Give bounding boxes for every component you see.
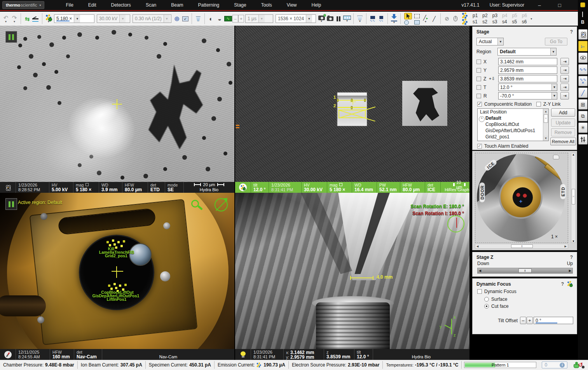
t-pin-button[interactable]: ⇥	[560, 84, 569, 91]
position-list-scrollbar[interactable]: ▲ = ▼	[543, 109, 548, 141]
camera-hscrollbar[interactable]: ◀ ‖ ▶	[475, 244, 568, 249]
r-checkbox[interactable]	[476, 94, 481, 98]
tilt-offset-field[interactable]: 0 °	[534, 317, 573, 324]
menu-detectors[interactable]: Detectors	[111, 2, 131, 8]
dwell-time-combo[interactable]: 1 µs ▼	[245, 14, 273, 23]
stage-flat-button[interactable]	[31, 13, 40, 24]
x-pin-button[interactable]: ⇥	[560, 58, 569, 65]
edge-warning-icon[interactable]	[580, 2, 585, 7]
position-item[interactable]: CopBlockLiftOut	[478, 121, 548, 127]
position-markers-bottom[interactable]	[115, 287, 117, 289]
workflow-tab[interactable]: ⧉	[578, 111, 588, 121]
menu-view[interactable]: View	[287, 2, 297, 8]
slider-right-icon[interactable]: ▶	[569, 269, 571, 273]
preset-s2[interactable]: s2	[482, 19, 487, 24]
import-button[interactable]: ▾	[390, 13, 398, 24]
scroll-down-icon[interactable]: ▼	[571, 240, 576, 243]
measure-tool-button[interactable]: ╱▸ ▾	[421, 13, 430, 24]
milling-tab[interactable]: ∿∿	[578, 64, 588, 75]
scroll-up-icon[interactable]: ▲	[543, 109, 548, 114]
preset-p1[interactable]: p1	[473, 13, 478, 18]
goto-button[interactable]: Go To	[545, 38, 567, 45]
z-checkbox[interactable]	[476, 77, 481, 81]
help-icon[interactable]: ?	[570, 29, 573, 35]
menu-stage[interactable]: Stage	[234, 2, 246, 8]
cross-section-tab[interactable]: ∿∿✕	[578, 76, 588, 86]
snapshot-button[interactable]	[326, 13, 334, 24]
x-field[interactable]: 3.1462 mm	[498, 58, 557, 65]
menu-scan[interactable]: Scan	[146, 2, 156, 8]
measurement-line[interactable]	[350, 278, 373, 278]
menu-beam[interactable]: Beam	[171, 2, 183, 8]
add-position-button[interactable]: Add	[551, 108, 575, 117]
y-field[interactable]: 2.9579 mm	[498, 66, 557, 74]
camera-vscrollbar[interactable]: ▲ = ▼	[571, 153, 576, 243]
z-pin-button[interactable]: ⇥	[560, 75, 569, 82]
preset-s4[interactable]: s4	[502, 19, 507, 24]
brand-menu[interactable]: thermo scientific ▾	[2, 1, 44, 9]
menu-help[interactable]: Help	[311, 2, 321, 8]
error-counter-box[interactable]: 0 i	[542, 361, 567, 368]
brightness-button[interactable]: ◒	[215, 13, 224, 24]
movie-button[interactable]: ▾	[343, 13, 351, 24]
compucentric-rotation-icon[interactable]	[215, 198, 228, 211]
needle-tab[interactable]: ╱	[578, 87, 588, 98]
z-field[interactable]: 3.8539 mm	[498, 75, 557, 82]
circle-tool-button[interactable]	[404, 20, 409, 25]
preset-s1[interactable]: s1	[473, 19, 478, 24]
undo-button[interactable]: ↶▾	[2, 13, 10, 24]
redo-button[interactable]: ↷▾	[10, 13, 19, 24]
exclusion-pattern-box[interactable]	[338, 110, 366, 118]
timed-snapshot-button[interactable]: ▾	[317, 13, 326, 24]
serial-patterning-button[interactable]: ⊘	[443, 13, 451, 24]
t-field[interactable]: 12.0 ° ▼	[498, 84, 557, 91]
chevron-down-icon[interactable]: ▼	[551, 84, 557, 91]
x-checkbox[interactable]	[476, 59, 481, 64]
beam-select-button[interactable]: ▾	[44, 13, 53, 24]
navigation-tab[interactable]: ↔↕	[578, 41, 588, 51]
dynamic-focus-checkbox[interactable]	[477, 289, 482, 294]
beam-current-combo[interactable]: 0.30 nA (1/2) ▼	[133, 14, 171, 23]
minimize-button[interactable]: –	[534, 2, 544, 8]
quad3-pause-button[interactable]	[5, 198, 17, 210]
dwell-plus-button[interactable]: +	[238, 15, 244, 23]
t-checkbox[interactable]	[476, 85, 481, 90]
zoom-magnifier-icon[interactable]	[191, 200, 199, 208]
remove-all-button[interactable]: Remove All	[550, 138, 576, 145]
preset-p3[interactable]: p3	[492, 13, 497, 18]
pan-hand-icon[interactable]	[553, 155, 559, 159]
preset-expand-button[interactable]: ▾	[527, 13, 536, 24]
chamber-camera-view[interactable]: + ICE DOOR ETD 1 ×	[475, 153, 568, 243]
menu-patterning[interactable]: Patterning	[198, 2, 220, 8]
zy-link-checkbox[interactable]	[536, 102, 541, 106]
rect-tool-button[interactable]	[414, 20, 420, 24]
r-pin-button[interactable]: ⇥	[560, 92, 569, 99]
preset-p5[interactable]: p5	[512, 13, 517, 18]
videoscope-button[interactable]: ∿	[224, 13, 232, 24]
y-pin-button[interactable]: ⇥	[560, 66, 569, 74]
cryo-tab[interactable]: ✳	[578, 122, 588, 133]
surface-radio[interactable]	[484, 297, 489, 302]
position-list[interactable]: Last Position Default CopBlockLiftOut Gi…	[477, 108, 549, 141]
pause-acquisition-button[interactable]	[334, 13, 343, 24]
alignment-tab[interactable]: ⊞	[578, 99, 588, 110]
position-item[interactable]: GisDepAfterLiftOutPos1	[478, 127, 548, 134]
menu-tools[interactable]: Tools	[261, 2, 272, 8]
preset-p4[interactable]: p4	[502, 13, 507, 18]
beam-control-tab[interactable]	[578, 29, 588, 40]
preset-p2[interactable]: p2	[482, 13, 487, 18]
tilt-minus-button[interactable]: –	[520, 317, 526, 324]
touch-alarm-checkbox[interactable]	[477, 144, 482, 148]
position-item-default[interactable]: Default	[478, 115, 548, 121]
wafer-map-button[interactable]	[194, 13, 202, 24]
preset-s6[interactable]: s6	[522, 19, 527, 24]
beam-shift-reset-button[interactable]: ⊕	[173, 13, 181, 24]
sample-cleaning-button[interactable]: ▾	[356, 13, 364, 24]
preset-s5[interactable]: s5	[512, 19, 517, 24]
tilt-plus-button[interactable]: +	[527, 317, 533, 324]
quad2-image[interactable]: 1 2	[235, 26, 469, 182]
info-icon[interactable]: i	[560, 363, 565, 368]
y-checkbox[interactable]	[476, 68, 481, 73]
preset-p6[interactable]: p6	[522, 13, 527, 18]
position-markers-top[interactable]	[113, 243, 116, 246]
